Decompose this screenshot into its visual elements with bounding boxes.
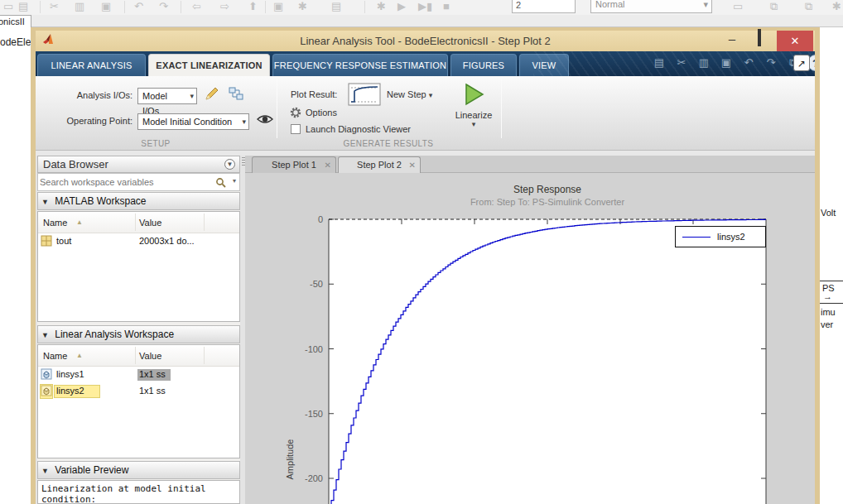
panel-menu-icon[interactable]: ▼ — [224, 159, 235, 170]
sim-mode-select[interactable]: Normal ▾ — [590, 0, 712, 13]
paste-icon[interactable]: ▣ — [101, 0, 111, 12]
plot-result-value[interactable]: New Step ▾ — [387, 89, 432, 99]
table-column-headers[interactable]: Name ▲ Value — [38, 345, 239, 367]
step-plot-thumbnail-icon — [348, 83, 381, 109]
forward-icon[interactable]: ⇨ — [220, 0, 229, 12]
tab-view[interactable]: VIEW — [519, 54, 569, 76]
simulink-model-tab[interactable]: onicsII — [0, 15, 31, 27]
table-row-linsys2[interactable]: linsys2 1x1 ss — [38, 383, 239, 400]
save-icon[interactable]: ▤ — [651, 55, 667, 71]
quick-access-toolbar: ↗ ↗ ↗✚ ▤ ✂ ▥ ▣ ↶ ↷ ⧉ ? ▬▲ — [584, 55, 815, 73]
cut-icon[interactable]: ✂ — [50, 0, 59, 12]
operating-point-dropdown[interactable]: Model Initial Condition ▾ — [137, 113, 249, 130]
stop-icon[interactable]: ■ — [443, 0, 450, 12]
plot-legend[interactable]: linsys2 — [675, 226, 766, 247]
variable-preview-text: Linearization at model initial condition… — [37, 480, 240, 504]
search-options-icon[interactable]: ▾ — [233, 177, 236, 185]
view-operating-point-eye-icon[interactable] — [256, 113, 274, 129]
chevron-down-icon: ▾ — [450, 120, 497, 128]
tab-step-plot-1[interactable]: Step Plot 1 ✕ — [252, 156, 336, 173]
state-space-cube-icon — [41, 368, 52, 382]
search-icon[interactable] — [215, 176, 226, 191]
chevron-down-icon: ▾ — [703, 0, 708, 10]
data-browser-panel: Data Browser ▼ ▾ ▼ MATLAB Workspace — [37, 156, 240, 504]
tab-step-plot-2[interactable]: Step Plot 2 ✕ — [338, 156, 421, 173]
section-collapse-icon: ▼ — [41, 467, 49, 475]
tab-frequency-response-estimation[interactable]: FREQUENCY RESPONSE ESTIMATION — [272, 54, 448, 76]
table-row-linsys1[interactable]: linsys1 1x1 ss — [38, 367, 239, 383]
model-ios-diagram-icon[interactable] — [228, 85, 244, 105]
load-session-icon[interactable]: ↗ — [793, 55, 810, 71]
close-tab-icon[interactable]: ✕ — [409, 157, 416, 173]
config-gear-icon[interactable]: ✱ — [377, 0, 386, 12]
more-icon[interactable]: ✱ — [832, 0, 841, 12]
variable-name: tout — [56, 236, 71, 246]
launch-diagnostic-viewer-checkbox[interactable] — [291, 124, 301, 134]
redo-icon[interactable]: ↷ — [763, 55, 779, 71]
column-name[interactable]: Name — [43, 218, 67, 228]
back-icon[interactable]: ⇦ — [192, 0, 201, 12]
svg-text:-150: -150 — [305, 409, 323, 419]
legend-label: linsys2 — [717, 232, 745, 242]
preview-line: Linearization at model initial — [41, 483, 236, 494]
generate-results-section-label: GENERATE RESULTS — [277, 139, 500, 148]
linear-analysis-workspace-title: Linear Analysis Workspace — [55, 329, 174, 340]
linear-analysis-workspace-table: Name ▲ Value linsys1 1x1 ss — [37, 344, 240, 458]
paste-icon[interactable]: ▣ — [718, 55, 735, 71]
refresh-icon[interactable]: ▭ — [733, 0, 743, 12]
close-button[interactable]: ✕ — [777, 31, 813, 51]
toolbar-separator — [40, 1, 41, 13]
close-tab-icon[interactable]: ✕ — [325, 157, 331, 173]
svg-text:-100: -100 — [305, 344, 323, 354]
sim-stop-time-field[interactable] — [512, 0, 576, 13]
cut-icon[interactable]: ✂ — [673, 55, 690, 71]
toolstrip: Analysis I/Os: Model I/Os ▾ Operating Po… — [36, 76, 815, 151]
section-separator — [501, 79, 502, 138]
column-value[interactable]: Value — [139, 351, 161, 361]
table-row[interactable]: tout 20003x1 do... — [38, 233, 239, 250]
linearize-button[interactable]: Linearize ▾ — [450, 78, 498, 141]
save-icon[interactable]: ▭ — [3, 0, 13, 12]
copy-icon[interactable]: ▥ — [696, 55, 712, 71]
table-column-headers[interactable]: Name ▲ Value — [38, 212, 239, 233]
tab-figures[interactable]: FIGURES — [450, 54, 517, 76]
browser-icon[interactable]: ▣ — [273, 0, 283, 12]
maximize-icon — [758, 29, 761, 46]
minimize-button[interactable]: – — [720, 31, 744, 51]
tab-exact-linearization[interactable]: EXACT LINEARIZATION — [148, 54, 270, 76]
layers-icon[interactable]: ⧉ — [770, 0, 778, 13]
print-icon[interactable]: ▤ — [18, 0, 28, 12]
column-divider — [135, 347, 136, 364]
options-label[interactable]: Options — [306, 108, 337, 118]
step-icon[interactable]: ▶▮ — [418, 0, 432, 12]
column-divider — [204, 347, 205, 364]
screen: ▭ ▤ ✂ ▥ ▣ ↶ ↷ ⇦ ⇨ ⬆ ▣ ✱ ▤ ✱ ▶ ▶▮ ■ Norma… — [0, 0, 843, 504]
analysis-ios-dropdown[interactable]: Model I/Os ▾ — [137, 88, 197, 104]
linear-analysis-workspace-section-header[interactable]: ▼ Linear Analysis Workspace — [37, 325, 240, 343]
undo-icon[interactable]: ↶ — [134, 0, 143, 12]
tree-icon[interactable]: ⧉ — [805, 0, 812, 13]
variable-preview-section-header[interactable]: ▼ Variable Preview — [37, 461, 240, 479]
section-separator — [277, 79, 277, 138]
redo-icon[interactable]: ↷ — [159, 0, 168, 12]
edit-pencil-icon[interactable] — [204, 85, 220, 105]
up-icon[interactable]: ⬆ — [248, 0, 258, 12]
column-name[interactable]: Name — [43, 351, 67, 361]
copy-icon[interactable]: ▥ — [75, 0, 84, 12]
column-value[interactable]: Value — [139, 218, 161, 228]
undo-icon[interactable]: ↶ — [740, 55, 757, 71]
search-box: ▾ — [37, 173, 240, 191]
maximize-button[interactable] — [747, 31, 772, 51]
run-icon[interactable]: ▶ — [397, 0, 406, 12]
list-icon[interactable]: ▤ — [331, 0, 341, 12]
background-label-imu: imu — [821, 307, 836, 317]
options-gear-icon[interactable] — [289, 106, 302, 122]
search-input[interactable] — [40, 175, 210, 189]
titlebar[interactable]: Linear Analysis Tool - BodeElectronicsII… — [36, 31, 815, 51]
matlab-workspace-section-header[interactable]: ▼ MATLAB Workspace — [37, 192, 240, 210]
tab-linear-analysis[interactable]: LINEAR ANALYSIS — [37, 54, 146, 76]
array-variable-icon — [41, 235, 52, 248]
preview-line: condition: — [41, 494, 236, 504]
toolbar-separator — [265, 1, 266, 13]
settings-gear-icon[interactable]: ✱ — [298, 0, 307, 12]
